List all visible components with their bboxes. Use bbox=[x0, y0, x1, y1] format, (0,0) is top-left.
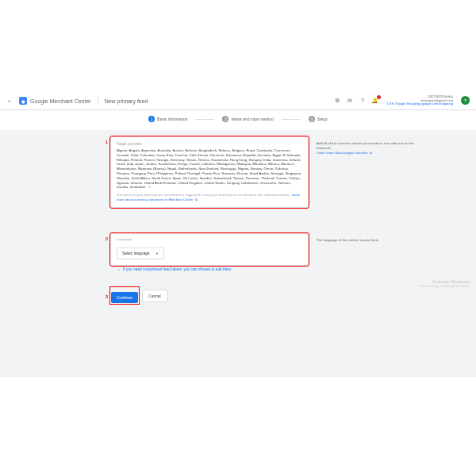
language-select-value: Select language bbox=[122, 251, 149, 255]
step-basic-info[interactable]: 1 Basic information bbox=[148, 116, 187, 122]
continue-button[interactable]: Continue bbox=[111, 292, 138, 303]
header-actions: ⚙ ✉ ? 🔔 532746203 (eHa) testerprita@gmai… bbox=[333, 95, 470, 106]
custom-feed-labels-text: If you need customised feed labels, you … bbox=[123, 267, 232, 271]
language-card: Language Select language ▼ bbox=[110, 233, 309, 266]
target-countries-row: 1 Target countries Algeria, Angola, Arge… bbox=[103, 136, 420, 208]
annotation-2: 2 bbox=[103, 236, 108, 266]
action-buttons: 3 Continue Cancel bbox=[103, 287, 167, 304]
page-title: New primary feed bbox=[105, 98, 148, 104]
bell-icon[interactable]: 🔔 bbox=[371, 97, 379, 105]
external-icon: ⧉ bbox=[369, 151, 372, 155]
step-name-method[interactable]: 2 Name and input method bbox=[222, 116, 273, 122]
language-help: The language of the content in your feed… bbox=[317, 233, 420, 266]
header-rule bbox=[0, 109, 476, 110]
watermark-line2: Go to Settings to activate Windows. bbox=[420, 284, 470, 288]
app-name: Google Merchant Center bbox=[30, 98, 91, 104]
target-countries-footer: The prices in your feed may be converted… bbox=[117, 193, 302, 202]
gear-icon[interactable]: ⚙ bbox=[333, 97, 341, 105]
target-countries-list: Algeria, Angola, Argentina, Australia, A… bbox=[117, 148, 302, 190]
top-bar: ← ◆ Google Merchant Center New primary f… bbox=[0, 94, 476, 108]
help-icon[interactable]: ? bbox=[359, 97, 367, 105]
account-css-link[interactable]: CSS: Google Shopping (google.com/shoppin… bbox=[387, 102, 453, 106]
cancel-button[interactable]: Cancel bbox=[142, 290, 167, 302]
continue-annotation-box: Continue bbox=[110, 287, 139, 304]
step-number-icon: 3 bbox=[309, 116, 315, 122]
language-help-text: The language of the content in your feed… bbox=[317, 238, 420, 243]
language-select[interactable]: Select language ▼ bbox=[117, 248, 164, 259]
step-number-icon: 1 bbox=[148, 116, 155, 122]
app-logo[interactable]: ◆ Google Merchant Center bbox=[19, 97, 91, 105]
bottom-rule bbox=[0, 376, 476, 377]
target-countries-label: Target countries bbox=[117, 142, 302, 146]
language-row: 2 Language Select language ▼ The languag… bbox=[103, 233, 420, 266]
target-countries-learn-link[interactable]: Learn more about target countries ⧉ bbox=[317, 151, 372, 155]
page-frame: ← ◆ Google Merchant Center New primary f… bbox=[0, 0, 476, 476]
chevron-down-icon: ▼ bbox=[155, 251, 159, 255]
language-label: Language bbox=[117, 237, 302, 241]
target-countries-help: Add all of the countries where your prod… bbox=[317, 136, 420, 208]
footer-text: The prices in your feed may be converted… bbox=[117, 193, 292, 197]
edit-countries-icon[interactable]: ✎ bbox=[148, 185, 151, 189]
back-arrow-icon[interactable]: ← bbox=[6, 97, 14, 105]
step-separator bbox=[195, 119, 214, 120]
header-divider bbox=[98, 97, 98, 105]
step-label: Name and input method bbox=[231, 117, 273, 121]
annotation-3: 3 bbox=[103, 294, 108, 299]
windows-activation-watermark: Activate Windows Go to Settings to activ… bbox=[420, 279, 470, 288]
step-label: Setup bbox=[317, 117, 328, 121]
countries-text: Algeria, Angola, Argentina, Australia, A… bbox=[117, 148, 301, 189]
avatar[interactable]: T bbox=[461, 96, 470, 105]
target-help-text: Add all of the countries where your prod… bbox=[317, 141, 420, 151]
step-number-icon: 2 bbox=[222, 116, 228, 122]
step-separator bbox=[282, 119, 301, 120]
external-icon: ⧉ bbox=[194, 198, 198, 202]
notification-badge bbox=[377, 95, 381, 99]
custom-feed-labels-toggle[interactable]: ⌄ If you need customised feed labels, yo… bbox=[117, 267, 232, 271]
step-setup[interactable]: 3 Setup bbox=[309, 116, 328, 122]
mail-icon[interactable]: ✉ bbox=[346, 97, 354, 105]
step-label: Basic information bbox=[157, 117, 187, 121]
annotation-1: 1 bbox=[103, 140, 108, 208]
account-info: 532746203 (eHa) testerprita@gmail.com CS… bbox=[387, 95, 453, 106]
target-countries-card: Target countries Algeria, Angola, Argent… bbox=[110, 136, 309, 208]
chevron-down-icon: ⌄ bbox=[117, 267, 121, 271]
stepper: 1 Basic information 2 Name and input met… bbox=[0, 116, 476, 122]
logo-mark-icon: ◆ bbox=[19, 97, 27, 105]
